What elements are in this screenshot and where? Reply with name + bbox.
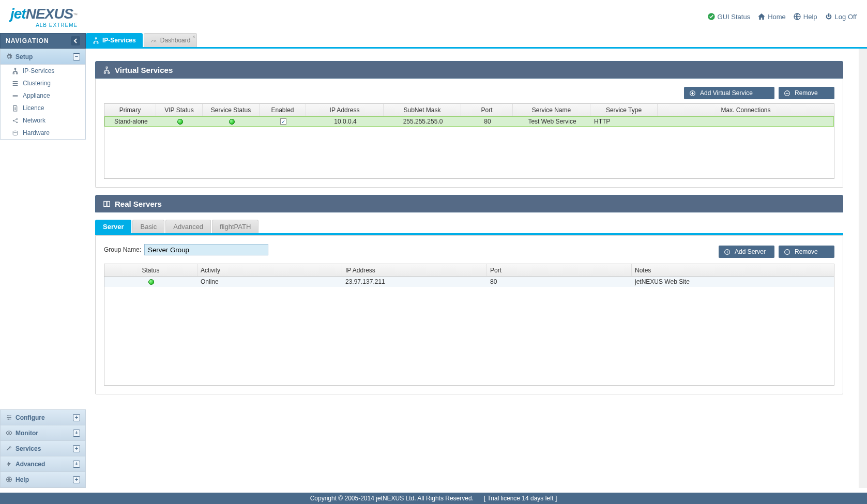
col-ip[interactable]: IP Address — [342, 264, 487, 276]
col-ip[interactable]: IP Address — [306, 104, 384, 116]
status-green-icon — [229, 119, 235, 125]
plus-circle-icon — [689, 90, 696, 97]
document-icon — [12, 105, 19, 112]
nav-hardware[interactable]: Hardware — [1, 127, 85, 139]
rs-tab-flightpath[interactable]: flightPATH — [212, 220, 258, 233]
footer-copyright: Copyright © 2005-2014 jetNEXUS Ltd. All … — [310, 495, 474, 502]
col-max[interactable]: Max. Connections — [658, 104, 834, 116]
footer-trial: [ Trial licence 14 days left ] — [484, 495, 557, 502]
dash-icon — [12, 93, 19, 99]
col-name[interactable]: Service Name — [513, 104, 590, 116]
nav-licence[interactable]: Licence — [1, 102, 85, 114]
logo-nexus: NEXUS — [26, 6, 73, 22]
col-service-status[interactable]: Service Status — [203, 104, 260, 116]
rs-tab-server[interactable]: Server — [95, 220, 131, 233]
checkbox-icon: ✓ — [280, 118, 286, 125]
nav-network[interactable]: Network — [1, 114, 85, 127]
disk-icon — [12, 130, 19, 136]
help-link[interactable]: Help — [793, 12, 817, 21]
svg-point-5 — [16, 121, 18, 123]
virtual-services-body: Add Virtual Service Remove Primary VIP S… — [95, 79, 843, 188]
bars-icon — [12, 80, 19, 87]
virtual-services-title: Virtual Services — [115, 66, 173, 74]
svg-point-3 — [13, 120, 14, 121]
cell-mask: 255.255.255.0 — [384, 117, 462, 126]
expand-icon[interactable]: + — [73, 430, 80, 437]
remove-server-button[interactable]: Remove — [779, 246, 834, 258]
col-primary[interactable]: Primary — [104, 104, 156, 116]
cell-vip-status — [157, 117, 203, 126]
rs-row[interactable]: Online 23.97.137.211 80 jetNEXUS Web Sit… — [104, 277, 834, 287]
col-port[interactable]: Port — [461, 104, 513, 116]
minus-circle-icon — [784, 249, 790, 255]
nav-group-services[interactable]: Services + — [1, 441, 85, 456]
svg-point-4 — [16, 118, 18, 119]
nav-group-monitor[interactable]: Monitor + — [1, 425, 85, 441]
nav-ip-services[interactable]: IP-Services — [1, 65, 85, 77]
col-port[interactable]: Port — [487, 264, 632, 276]
header-links: GUI Status Home Help Log Off — [707, 12, 857, 21]
add-virtual-service-button[interactable]: Add Virtual Service — [684, 87, 774, 99]
cell-port: 80 — [487, 277, 632, 287]
logoff-link[interactable]: Log Off — [825, 12, 857, 21]
expand-icon[interactable]: + — [73, 445, 80, 452]
content-tabs: IP-Services Dashboard × — [86, 33, 867, 49]
group-name-label: Group Name: — [104, 246, 141, 253]
scrollbar[interactable] — [859, 49, 867, 488]
rs-tab-advanced[interactable]: Advanced — [165, 220, 211, 233]
wrench-icon — [6, 445, 12, 452]
col-notes[interactable]: Notes — [632, 264, 834, 276]
sitemap-icon — [93, 37, 99, 44]
home-link[interactable]: Home — [757, 12, 786, 21]
expand-icon[interactable]: + — [73, 461, 80, 468]
svg-point-8 — [10, 417, 11, 418]
tab-dashboard[interactable]: Dashboard × — [144, 33, 197, 47]
sidebar-collapse-button[interactable] — [71, 36, 80, 45]
col-vip-status[interactable]: VIP Status — [156, 104, 203, 116]
vs-row[interactable]: Stand-alone ✓ 10.0.0.4 255.255.255.0 80 … — [104, 116, 834, 127]
plus-circle-icon — [724, 249, 731, 255]
close-icon[interactable]: × — [192, 34, 195, 39]
col-enabled[interactable]: Enabled — [260, 104, 306, 116]
remove-virtual-service-button[interactable]: Remove — [779, 87, 834, 99]
col-activity[interactable]: Activity — [197, 264, 342, 276]
eye-icon — [6, 430, 12, 436]
minus-circle-icon — [784, 90, 790, 97]
cell-name: Test Web Service — [513, 117, 591, 126]
collapse-icon[interactable]: − — [73, 53, 80, 60]
virtual-services-grid: Primary VIP Status Service Status Enable… — [104, 103, 834, 179]
add-server-button[interactable]: Add Server — [719, 246, 774, 258]
cell-enabled[interactable]: ✓ — [260, 117, 307, 126]
real-servers-tabs: Server Basic Advanced flightPATH — [95, 220, 843, 235]
group-name-input[interactable] — [144, 244, 268, 255]
expand-icon[interactable]: + — [73, 414, 80, 421]
check-circle-icon — [707, 12, 716, 21]
gear-icon — [6, 53, 12, 60]
sitemap-icon — [12, 68, 19, 74]
col-type[interactable]: Service Type — [590, 104, 658, 116]
col-mask[interactable]: SubNet Mask — [384, 104, 461, 116]
gauge-icon — [150, 37, 157, 44]
cell-activity: Online — [197, 277, 342, 287]
svg-point-6 — [13, 131, 18, 132]
nav-appliance[interactable]: Appliance — [1, 89, 85, 102]
cell-ip: 10.0.0.4 — [307, 117, 384, 126]
nav-group-configure[interactable]: Configure + — [1, 410, 85, 425]
footer: Copyright © 2005-2014 jetNEXUS Ltd. All … — [0, 493, 867, 504]
svg-point-10 — [8, 432, 10, 434]
nav-group-help[interactable]: Help + — [1, 472, 85, 487]
col-status[interactable]: Status — [104, 264, 197, 276]
gui-status-link[interactable]: GUI Status — [707, 12, 751, 21]
rs-tab-basic[interactable]: Basic — [132, 220, 164, 233]
tab-ip-services[interactable]: IP-Services — [86, 33, 143, 47]
nav-clustering[interactable]: Clustering — [1, 77, 85, 89]
nav-group-setup[interactable]: Setup − — [1, 49, 85, 65]
header: jetNEXUS™ ALB EXTREME GUI Status Home He… — [0, 0, 867, 33]
globe-icon — [6, 476, 12, 483]
navigation-header: NAVIGATION — [0, 33, 86, 49]
servers-icon — [103, 200, 111, 208]
expand-icon[interactable]: + — [73, 476, 80, 483]
cell-notes: jetNEXUS Web Site — [632, 277, 834, 287]
nav-group-advanced[interactable]: Advanced + — [1, 456, 85, 472]
status-green-icon — [177, 119, 183, 125]
